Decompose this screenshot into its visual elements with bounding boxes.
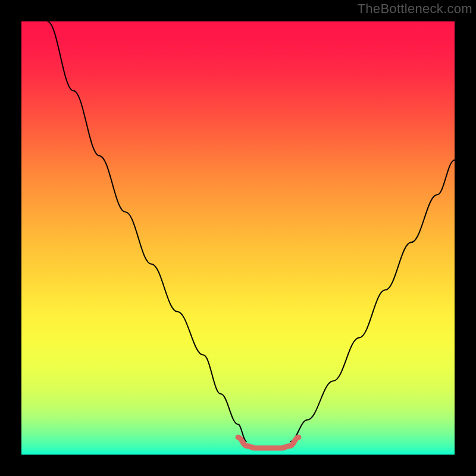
watermark-text: TheBottleneck.com <box>358 1 472 17</box>
plot-area <box>21 21 455 455</box>
valley-marker <box>238 437 299 448</box>
curve-right-branch <box>290 160 455 441</box>
curve-left-branch <box>48 21 247 441</box>
chart-frame: TheBottleneck.com <box>0 0 476 476</box>
chart-svg <box>21 21 455 455</box>
